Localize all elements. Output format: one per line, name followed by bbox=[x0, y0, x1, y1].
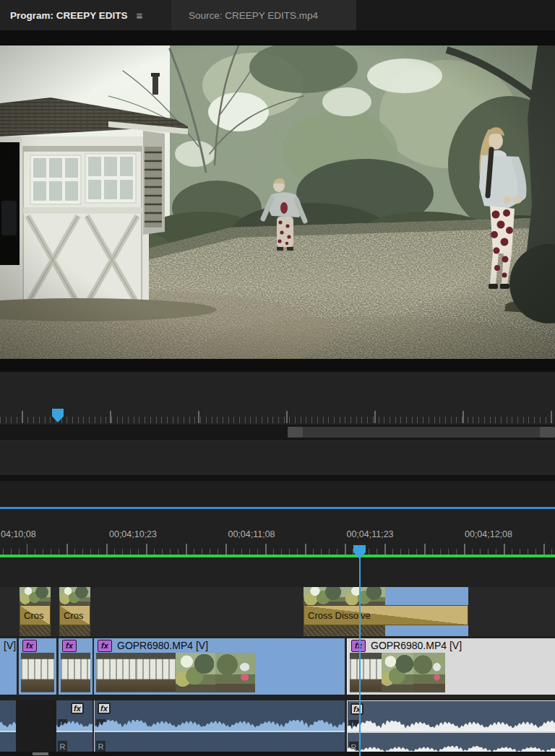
channel-divider bbox=[56, 731, 92, 732]
ruler-label: 04;10;08 bbox=[1, 529, 36, 539]
timeline-bottom-bar bbox=[0, 752, 555, 756]
video-preview bbox=[0, 45, 555, 359]
fx-badge[interactable]: fx bbox=[98, 703, 111, 714]
channel-label-right: R bbox=[96, 741, 106, 752]
transition-label: Cros bbox=[20, 605, 51, 625]
video-clip-gopr6980[interactable]: fx GOPR6980.MP4 [V] bbox=[94, 638, 345, 695]
clip-thumbnail bbox=[20, 625, 51, 636]
clip-name: GOPR6980.MP4 [V] bbox=[371, 640, 462, 651]
video-clip-gopr6980-selected[interactable]: fx GOPR6980.MP4 [V] bbox=[347, 638, 555, 695]
ruler-label: 00;04;11;08 bbox=[228, 529, 275, 539]
render-bar-green bbox=[0, 555, 555, 557]
fx-badge[interactable]: fx bbox=[22, 640, 37, 652]
clip-thumbnail bbox=[59, 625, 90, 636]
tab-source-monitor[interactable]: Source: CREEPY EDITS.mp4 bbox=[171, 0, 356, 30]
ruler-ticks bbox=[0, 544, 555, 555]
audio-clip-gopr6980[interactable]: fx L R bbox=[94, 700, 345, 756]
clip-name-partial: [V] bbox=[4, 640, 16, 651]
fx-badge[interactable]: fx bbox=[351, 640, 366, 652]
video-clip-partial[interactable]: [V] bbox=[0, 638, 17, 695]
channel-label-right: R bbox=[58, 741, 67, 752]
clip-name: GOPR6980.MP4 [V] bbox=[117, 640, 208, 651]
premiere-app: Program: CREEPY EDITS ≡ Source: CREEPY E… bbox=[0, 0, 555, 756]
panel-menu-icon[interactable]: ≡ bbox=[137, 9, 143, 22]
fx-badge[interactable]: fx bbox=[98, 640, 112, 652]
clip-body bbox=[385, 625, 468, 636]
ruler-label: 00;04;11;23 bbox=[346, 529, 393, 539]
clip-thumbnail bbox=[304, 625, 468, 636]
monitor-scrollbar-handle[interactable] bbox=[288, 427, 555, 438]
tab-program-monitor[interactable]: Program: CREEPY EDITS ≡ bbox=[0, 0, 171, 30]
source-tab-label: Source: CREEPY EDITS.mp4 bbox=[189, 10, 318, 21]
transition-clip[interactable]: Cros bbox=[59, 587, 90, 636]
monitor-scrollbar[interactable] bbox=[0, 425, 555, 440]
transport-controls: { } { } bbox=[0, 440, 555, 475]
timeline-playhead-line bbox=[359, 557, 361, 756]
monitor-controls: 00;04;11;22 Fit ▼ Full ▼ 00;04;53;24 bbox=[0, 372, 555, 408]
channel-divider bbox=[0, 731, 16, 732]
scrub-ticks bbox=[0, 411, 555, 423]
ruler-label: 00;04;10;23 bbox=[109, 529, 157, 539]
video-clip[interactable]: fx bbox=[19, 638, 56, 695]
ruler-label: 00;04;12;08 bbox=[465, 529, 512, 539]
fx-badge[interactable]: fx bbox=[350, 703, 363, 715]
clip-thumbnail bbox=[20, 587, 51, 605]
audio-track-gap bbox=[16, 700, 56, 756]
clip-thumbnail bbox=[59, 587, 90, 605]
transition-label: Cross Dissolve bbox=[304, 605, 468, 625]
audio-clip-gopr6980-selected[interactable]: fx L R bbox=[347, 700, 555, 756]
program-monitor bbox=[0, 30, 555, 372]
transition-label: Cros bbox=[59, 605, 90, 625]
cross-dissolve-transition[interactable]: Cross Dissolve bbox=[304, 587, 468, 636]
program-tab-label: Program: CREEPY EDITS bbox=[10, 10, 128, 21]
panel-divider bbox=[0, 475, 555, 481]
channel-divider bbox=[95, 731, 345, 732]
panel-gap bbox=[0, 481, 555, 507]
panel-tab-bar: Program: CREEPY EDITS ≡ Source: CREEPY E… bbox=[0, 0, 555, 30]
scrollbar-fragment[interactable] bbox=[33, 752, 48, 755]
transition-clip[interactable]: Cros bbox=[20, 587, 51, 636]
video-frame-art bbox=[0, 45, 555, 359]
timeline-panel: 04;10;08 00;04;10;23 00;04;11;08 00;04;1… bbox=[0, 509, 555, 756]
clip-thumbnail bbox=[304, 587, 468, 605]
fx-badge[interactable]: fx bbox=[71, 703, 84, 714]
monitor-scrub-bar[interactable] bbox=[0, 408, 555, 425]
audio-clip[interactable]: fx L R bbox=[56, 700, 92, 756]
video-clip[interactable]: fx bbox=[59, 638, 92, 695]
clip-body bbox=[385, 587, 468, 605]
fx-badge[interactable]: fx bbox=[62, 640, 77, 652]
channel-divider bbox=[348, 731, 555, 733]
audio-clip-partial[interactable] bbox=[0, 700, 16, 756]
